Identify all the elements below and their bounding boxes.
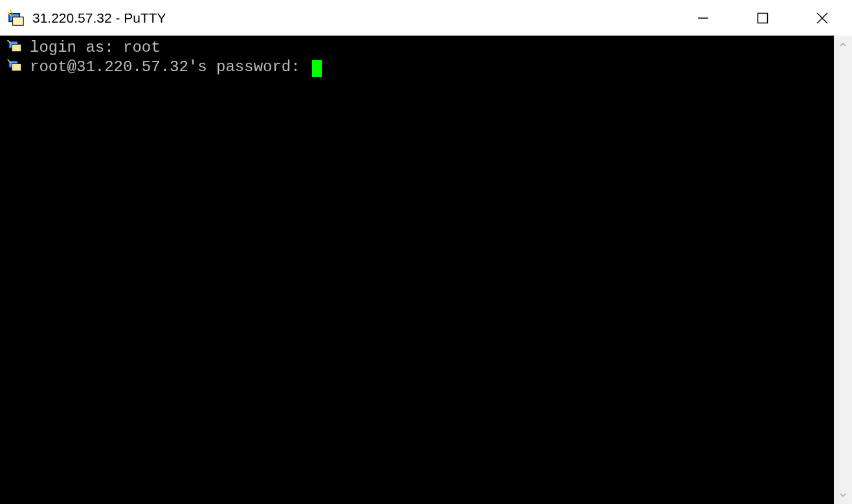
svg-rect-16 [12, 63, 21, 71]
maximize-button[interactable] [733, 0, 792, 36]
putty-app-icon [6, 8, 26, 28]
terminal-line: login as: root [30, 38, 834, 58]
svg-rect-7 [758, 13, 768, 23]
svg-rect-12 [12, 44, 21, 51]
window-title: 31.220.57.32 - PuTTY [32, 10, 166, 26]
window-controls [673, 0, 852, 36]
terminal-line: root@31.220.57.32's password: [30, 58, 834, 77]
terminal-gutter [0, 36, 30, 504]
putty-line-icon [5, 56, 25, 73]
svg-rect-3 [14, 18, 22, 24]
scroll-up-arrow-icon[interactable] [834, 36, 852, 54]
terminal-area[interactable]: login as: root root@31.220.57.32's passw… [0, 36, 852, 504]
cursor-block-icon [312, 60, 322, 77]
terminal-content[interactable]: login as: root root@31.220.57.32's passw… [30, 36, 834, 504]
terminal-text: root@31.220.57.32's password: [30, 58, 309, 76]
minimize-button[interactable] [673, 0, 733, 36]
putty-line-icon [5, 37, 25, 54]
titlebar: 31.220.57.32 - PuTTY [0, 0, 852, 36]
scroll-down-arrow-icon[interactable] [834, 486, 852, 504]
vertical-scrollbar[interactable] [834, 36, 852, 504]
svg-line-5 [10, 9, 13, 13]
close-button[interactable] [792, 0, 852, 36]
scroll-track[interactable] [834, 54, 852, 486]
